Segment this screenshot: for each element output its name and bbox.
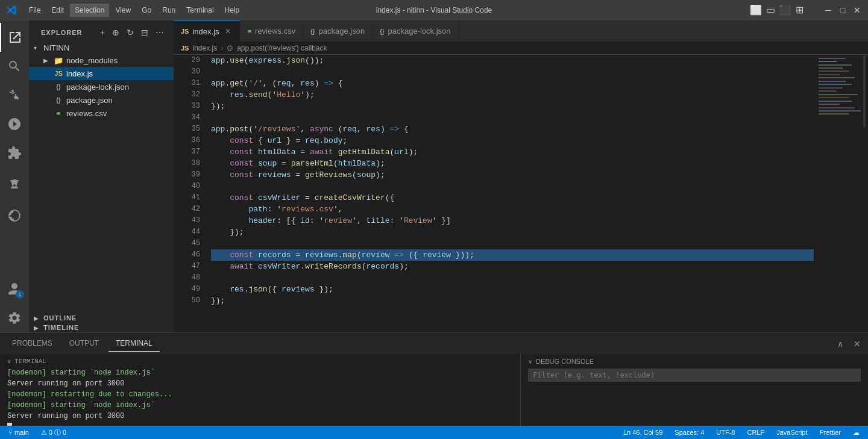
- code-line-39: const reviews = getReviews(soup);: [211, 169, 814, 181]
- svg-rect-12: [819, 94, 858, 95]
- sidebar-title: EXPLORER: [41, 29, 83, 36]
- status-errors-warnings[interactable]: ⚠ 0 ⓘ 0: [39, 426, 69, 439]
- status-language[interactable]: JavaScript: [774, 426, 810, 439]
- breadcrumb-symbol[interactable]: app.post('/reviews') callback: [237, 44, 327, 52]
- tab-package-json[interactable]: {} package.json: [303, 20, 373, 42]
- account-activity-icon[interactable]: 1: [0, 275, 29, 304]
- testing-activity-icon[interactable]: [0, 170, 29, 199]
- status-bar: ⑂ main ⚠ 0 ⓘ 0 Ln 46, Col 59 Spaces: 4 U…: [0, 426, 868, 439]
- sidebar-root-label: NITINN: [43, 43, 69, 52]
- new-file-btn[interactable]: +: [98, 26, 107, 39]
- terminal-line-4: [nodemon] starting `node index.js`: [7, 400, 513, 411]
- sidebar-item-index-js[interactable]: JS index.js: [29, 67, 174, 80]
- sidebar-label-index-js: index.js: [66, 69, 93, 78]
- status-errors-label: 0 ⓘ 0: [49, 428, 66, 437]
- terminal-line-2: Server running on port 3000: [7, 378, 513, 389]
- window-minimize[interactable]: ─: [823, 5, 833, 15]
- refresh-btn[interactable]: ↻: [124, 26, 136, 39]
- code-line-49: res.json({ reviews });: [211, 284, 814, 295]
- window-maximize[interactable]: □: [838, 5, 848, 15]
- status-spaces[interactable]: Spaces: 4: [672, 426, 706, 439]
- debug-filter-input[interactable]: [528, 369, 861, 382]
- menu-go[interactable]: Go: [137, 4, 156, 17]
- menu-view[interactable]: View: [110, 4, 136, 17]
- menu-help[interactable]: Help: [220, 4, 245, 17]
- line-num-40: 40: [174, 181, 200, 192]
- panel-tab-problems[interactable]: PROBLEMS: [5, 335, 60, 352]
- new-folder-btn[interactable]: ⊕: [110, 26, 122, 39]
- line-num-31: 31: [174, 78, 200, 89]
- status-eol[interactable]: CRLF: [744, 426, 767, 439]
- code-line-33: });: [211, 101, 814, 112]
- panel-collapse-btn[interactable]: ∧: [834, 338, 846, 350]
- panel-tab-output[interactable]: OUTPUT: [62, 335, 106, 352]
- svg-rect-1: [819, 58, 846, 59]
- tab-label-index-js: index.js: [192, 27, 219, 36]
- sidebar-item-package-json[interactable]: {} package.json: [29, 93, 174, 107]
- folder-icon: 📁: [53, 55, 64, 66]
- menu-terminal[interactable]: Terminal: [181, 4, 218, 17]
- code-line-29: app.use(express.json());: [211, 55, 814, 66]
- layout-editor-toggle[interactable]: ▭: [766, 5, 775, 15]
- svg-rect-17: [819, 110, 861, 111]
- collapse-btn[interactable]: ⊟: [139, 26, 151, 39]
- status-left: ⑂ main ⚠ 0 ⓘ 0: [6, 426, 69, 439]
- svg-rect-19: [863, 55, 866, 127]
- tab-reviews-csv[interactable]: ≡ reviews.csv: [241, 20, 304, 42]
- window-close[interactable]: ✕: [852, 5, 862, 15]
- status-git-branch[interactable]: ⑂ main: [6, 426, 31, 439]
- more-actions-btn[interactable]: ⋯: [153, 26, 166, 39]
- sidebar-item-package-lock[interactable]: {} package-lock.json: [29, 80, 174, 93]
- status-remote[interactable]: ☁: [851, 426, 862, 439]
- layout-panel-toggle[interactable]: ⬛: [780, 5, 790, 15]
- explorer-activity-icon[interactable]: [0, 23, 29, 52]
- tab-index-js[interactable]: JS index.js ✕: [174, 20, 241, 42]
- json-file-icon: {}: [53, 95, 64, 105]
- status-line-col[interactable]: Ln 46, Col 59: [621, 426, 665, 439]
- svg-rect-11: [819, 90, 837, 92]
- search-activity-icon[interactable]: [0, 52, 29, 81]
- minimap: [814, 55, 868, 332]
- code-line-41: const csvWriter = createCsvWriter({: [211, 192, 814, 204]
- code-line-36: const { url } = req.body;: [211, 135, 814, 146]
- menu-selection[interactable]: Selection: [70, 4, 109, 17]
- code-editor[interactable]: 2930313233343536373839404142434445464748…: [174, 55, 814, 332]
- panel-close-btn[interactable]: ✕: [851, 338, 863, 350]
- code-line-35: app.post('/reviews', async (req, res) =>…: [211, 123, 814, 135]
- tab-close-index-js[interactable]: ✕: [223, 26, 233, 37]
- line-num-49: 49: [174, 284, 200, 295]
- sidebar-item-reviews-csv[interactable]: ≡ reviews.csv: [29, 107, 174, 120]
- status-encoding-label: UTF-8: [716, 429, 735, 436]
- debug-console-header: ∨ DEBUG CONSOLE: [528, 358, 861, 365]
- terminal-panel[interactable]: ∨ TERMINAL [nodemon] starting `node inde…: [0, 354, 521, 426]
- svg-rect-8: [819, 81, 846, 82]
- sidebar-label-package-lock: package-lock.json: [66, 83, 129, 92]
- panel-tab-terminal[interactable]: TERMINAL: [108, 335, 160, 352]
- menu-edit[interactable]: Edit: [46, 4, 69, 17]
- line-num-39: 39: [174, 169, 200, 181]
- settings-activity-icon[interactable]: [0, 304, 29, 332]
- run-debug-activity-icon[interactable]: [0, 110, 29, 139]
- sidebar-item-node_modules[interactable]: ▶ 📁 node_modules: [29, 54, 174, 67]
- tab-package-lock-json[interactable]: {} package-lock.json: [373, 20, 458, 42]
- menu-file[interactable]: File: [24, 4, 45, 17]
- sidebar-timeline-header[interactable]: ▶ TIMELINE: [29, 323, 174, 332]
- status-encoding[interactable]: UTF-8: [714, 426, 737, 439]
- extensions-activity-icon[interactable]: [0, 139, 29, 167]
- layout-customize[interactable]: ⊞: [794, 5, 804, 15]
- remote-activity-icon[interactable]: [0, 201, 29, 230]
- source-control-activity-icon[interactable]: [0, 81, 29, 110]
- sidebar-root-nitinn[interactable]: ▾ NITINN: [29, 42, 174, 54]
- node-modules-arrow-icon: ▶: [43, 57, 53, 64]
- status-formatter[interactable]: Prettier: [817, 426, 843, 439]
- breadcrumb-file[interactable]: index.js: [192, 44, 217, 52]
- tab-csv-icon: ≡: [248, 28, 251, 35]
- line-num-45: 45: [174, 238, 200, 249]
- sidebar: EXPLORER + ⊕ ↻ ⊟ ⋯ ▾ NITINN ▶ 📁 node_mod…: [29, 20, 174, 332]
- status-branch-label: main: [14, 429, 29, 436]
- sidebar-outline-header[interactable]: ▶ OUTLINE: [29, 313, 174, 323]
- breadcrumb: JS index.js › ⊙ app.post('/reviews') cal…: [174, 42, 868, 55]
- menu-run[interactable]: Run: [157, 4, 180, 17]
- terminal-split: ∨ TERMINAL [nodemon] starting `node inde…: [0, 354, 868, 426]
- layout-sidebar-toggle[interactable]: ⬜: [751, 5, 761, 15]
